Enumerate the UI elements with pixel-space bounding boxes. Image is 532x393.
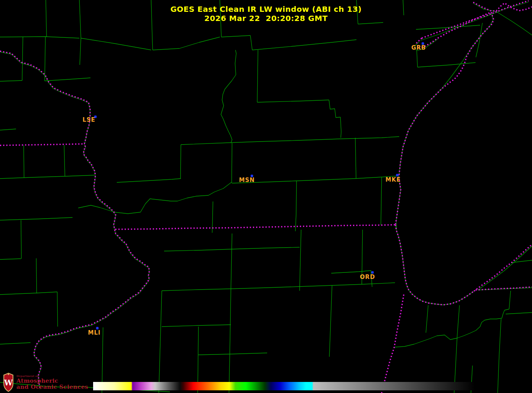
logo-dept-label: Department of [16,375,88,377]
image-timestamp: 2026 Mar 22 20:20:28 GMT [0,14,532,23]
product-title: GOES East Clean IR LW window (ABI ch 13) [0,5,532,14]
station-label: MLI [88,329,100,336]
map-canvas [0,0,532,393]
station-label: MSN [239,177,255,184]
station-label: GRB [411,44,426,51]
station-label: LSE [82,116,95,123]
ir-temperature-colorbar [93,382,475,390]
aos-logo: W Department of Atmospheric and Oceanic … [3,372,88,392]
station-label: ORD [360,274,375,280]
logo-line3: and Oceanic Sciences [16,384,88,390]
station-label: MKE [385,176,401,183]
image-title: GOES East Clean IR LW window (ABI ch 13)… [0,5,532,23]
logo-line2: Atmospheric [16,378,88,384]
svg-text:W: W [4,378,13,387]
uw-crest-icon: W [3,372,14,392]
county-borders-layer [0,0,532,393]
aos-logo-text: Department of Atmospheric and Oceanic Sc… [16,375,88,390]
satellite-image-viewer: GOES East Clean IR LW window (ABI ch 13)… [0,0,532,393]
